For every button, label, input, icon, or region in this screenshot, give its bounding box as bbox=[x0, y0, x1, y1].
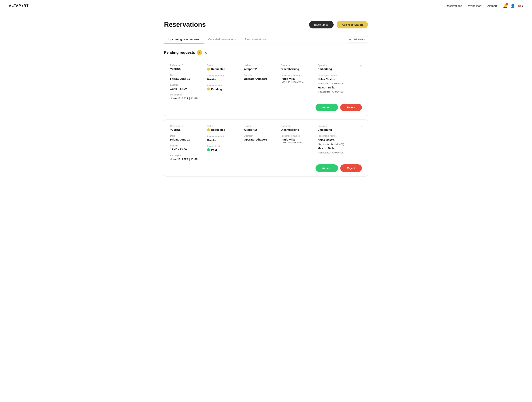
passenger2-name1: Nelsa Castro bbox=[317, 138, 335, 141]
pending-requests-count: 2 bbox=[197, 50, 202, 55]
reference-id-label: Reference ID bbox=[170, 64, 204, 67]
helipad-label: Helipad bbox=[244, 125, 278, 127]
card-col-operation2: Operation Embarking Passengers names Nel… bbox=[317, 64, 352, 100]
status-value: Requested bbox=[211, 67, 225, 70]
card-grid: Reference ID Y78HN5 Date Friday, June 10… bbox=[170, 64, 362, 100]
payment-method-label: Payment method bbox=[207, 135, 241, 138]
passenger2-sub2: (Passporte: PAH994408) bbox=[317, 90, 344, 93]
operation2-label: Operation bbox=[317, 125, 352, 127]
landing-label: Landing bbox=[170, 144, 204, 147]
page-header: Reservations Block times Add reservation bbox=[164, 21, 368, 28]
operator-label: Operator bbox=[244, 135, 278, 137]
payment-status-value: Pending bbox=[211, 88, 222, 91]
card-col-reference: Reference ID Y78HN5 Date Friday, June 10… bbox=[170, 64, 204, 100]
passengers2-names: Nelsa Castro (Passporte: PAH994408) Maic… bbox=[317, 77, 352, 94]
user-avatar-button[interactable]: 👤 bbox=[510, 4, 515, 8]
status-dot-yellow bbox=[207, 68, 210, 70]
navbar: ALTAP●RT Reservations My heliport Altapo… bbox=[0, 0, 532, 12]
payment-status-badge: Pending bbox=[207, 88, 222, 91]
language-selector-button[interactable]: 🇺🇸 ▾ bbox=[518, 4, 523, 7]
block-times-button[interactable]: Block times bbox=[309, 21, 334, 28]
external-link-icon[interactable]: ↗ bbox=[355, 64, 362, 100]
header-actions: Block times Add reservation bbox=[309, 21, 368, 28]
status-dot-yellow bbox=[207, 128, 210, 131]
reference-id-label: Reference ID bbox=[170, 125, 204, 127]
tab-upcoming-reservations[interactable]: Upcoming reservations bbox=[164, 35, 204, 44]
card-col-status: Status Requested Payment method Boleto P… bbox=[207, 64, 241, 100]
payment-method-value: Boleto bbox=[207, 78, 241, 81]
operation1-label: Operation bbox=[281, 64, 315, 67]
passenger2-name2: Maicon Bella bbox=[317, 147, 335, 150]
tab-canceled-reservations[interactable]: Canceled reservations bbox=[204, 35, 240, 44]
passengers2-label: Passengers names bbox=[317, 74, 352, 76]
nav-link-reservations[interactable]: Reservations bbox=[446, 4, 462, 7]
landing-value: 12:45 - 13:00 bbox=[170, 87, 204, 90]
payment-status-dot bbox=[207, 88, 210, 90]
tabs-container: Upcoming reservations Canceled reservati… bbox=[164, 35, 368, 44]
status-value: Requested bbox=[211, 128, 225, 131]
reference-id-value: Y78HN5 bbox=[170, 128, 204, 131]
landing-value: 12:45 - 13:00 bbox=[170, 148, 204, 151]
passengers1-sub: (CPF: 644.478.987-07) bbox=[281, 141, 315, 144]
parking-end-label: Parking end bbox=[170, 154, 204, 157]
date-value: Friday, June 10 bbox=[170, 77, 204, 80]
operator-value: Operator Altaport bbox=[244, 77, 278, 80]
payment-method-label: Payment method bbox=[207, 75, 241, 77]
passengers2-label: Passengers names bbox=[317, 135, 352, 137]
chevron-down-icon: ▾ bbox=[364, 38, 366, 41]
passenger2-sub1: (Passporte: PAH994408) bbox=[317, 82, 344, 85]
passenger2-sub1: (Passporte: PAH994408) bbox=[317, 143, 344, 146]
payment-status-label: Payment status bbox=[207, 84, 241, 87]
notification-bell-button[interactable]: 🔔1 bbox=[503, 4, 507, 8]
accept-button[interactable]: Accept bbox=[316, 164, 338, 172]
card-col-helipad: Helipad Altaport 2 Operator Operator Alt… bbox=[244, 64, 278, 100]
status-badge: Requested bbox=[207, 128, 225, 131]
main-content: Reservations Block times Add reservation… bbox=[155, 12, 377, 176]
card-col-operation1: Operation Disembarking Passengers names … bbox=[281, 125, 315, 161]
payment-status-dot-green bbox=[207, 148, 210, 151]
operation1-value: Disembarking bbox=[281, 67, 315, 70]
view-dropdown-label: List view bbox=[353, 38, 363, 41]
passengers1-name: Paulo Villa bbox=[281, 138, 315, 141]
operation2-label: Operation bbox=[317, 64, 352, 67]
accept-button[interactable]: Accept bbox=[316, 104, 338, 111]
card-actions: Accept Reject bbox=[170, 164, 362, 172]
page-title: Reservations bbox=[164, 21, 206, 28]
reference-id-value: Y78HN5 bbox=[170, 67, 204, 70]
card-col-status: Status Requested Payment method Boleto P… bbox=[207, 125, 241, 161]
nav-links: Reservations My heliport Altaport 🔔1 👤 🇺… bbox=[446, 4, 523, 8]
status-label: Status bbox=[207, 64, 241, 67]
landing-label: Landing bbox=[170, 84, 204, 86]
operation2-value: Embarking bbox=[317, 67, 352, 70]
reservation-card: Reference ID Y78HN5 Date Friday, June 10… bbox=[164, 119, 368, 176]
card-col-helipad: Helipad Altaport 2 Operator Operator Alt… bbox=[244, 125, 278, 161]
payment-status-badge: Paid bbox=[207, 148, 217, 151]
parking-end-value: June 11, 2022 | 11:00 bbox=[170, 97, 204, 100]
passengers1-name: Paulo Villa bbox=[281, 77, 315, 80]
passengers2-names: Nelsa Castro (Passporte: PAH994408) Maic… bbox=[317, 138, 352, 155]
passenger2-name2: Maicon Bella bbox=[317, 86, 335, 89]
operator-value: Operator Altaport bbox=[244, 138, 278, 141]
helipad-value: Altaport 2 bbox=[244, 67, 278, 70]
card-col-reference: Reference ID Y78HN5 Date Friday, June 10… bbox=[170, 125, 204, 161]
card-col-operation2: Operation Embarking Passengers names Nel… bbox=[317, 125, 352, 161]
passengers1-label: Passengers names bbox=[281, 74, 315, 76]
parking-end-label: Parking end bbox=[170, 94, 204, 96]
nav-link-altaport[interactable]: Altaport bbox=[487, 4, 497, 7]
operation1-value: Disembarking bbox=[281, 128, 315, 131]
date-value: Friday, June 10 bbox=[170, 138, 204, 141]
date-label: Date bbox=[170, 74, 204, 76]
collapse-pending-requests-button[interactable]: ∧ bbox=[205, 50, 207, 55]
reject-button[interactable]: Reject bbox=[340, 104, 362, 111]
view-dropdown[interactable]: ⊟ List view ▾ ⊟ List view ▦ Calendar vie… bbox=[347, 36, 368, 43]
operation1-label: Operation bbox=[281, 125, 315, 127]
passengers1-label: Passengers names bbox=[281, 135, 315, 137]
reject-button[interactable]: Reject bbox=[340, 164, 362, 172]
external-link-icon[interactable]: ↗ bbox=[355, 125, 362, 161]
add-reservation-button[interactable]: Add reservation bbox=[336, 21, 368, 28]
tab-past-reservations[interactable]: Past reservations bbox=[240, 35, 270, 44]
status-badge: Requested bbox=[207, 67, 225, 70]
passengers1-sub: (CPF: 644.478.987-07) bbox=[281, 80, 315, 83]
nav-link-myheliport[interactable]: My heliport bbox=[468, 4, 481, 7]
card-grid: Reference ID Y78HN5 Date Friday, June 10… bbox=[170, 125, 362, 161]
